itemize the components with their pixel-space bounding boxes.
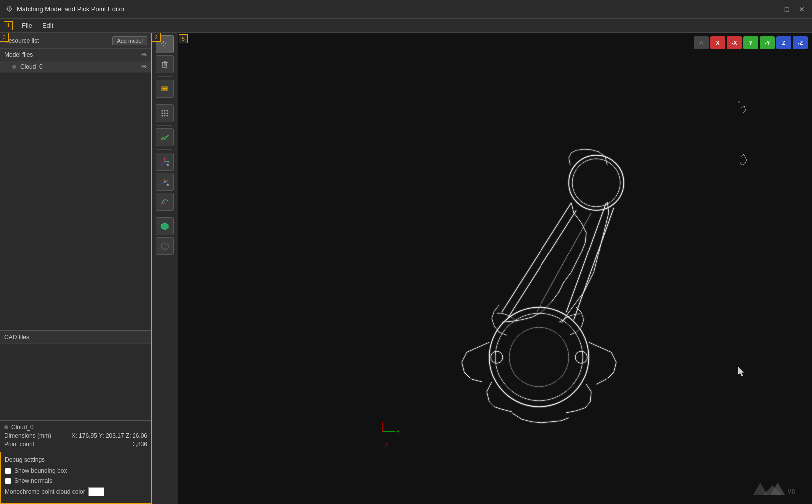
left-panel: 3 Resource list Add model Model files 👁 … (0, 33, 152, 504)
show-normals-checkbox[interactable] (5, 478, 11, 484)
wireframe-icon (160, 241, 170, 251)
toolbar-separator-3 (157, 125, 172, 126)
scatter-icon (160, 132, 170, 142)
cad-files-empty-area (0, 344, 151, 419)
model-files-empty-area (0, 73, 151, 330)
resource-title: Resource list (4, 37, 39, 44)
svg-point-12 (166, 88, 167, 90)
show-normals-label: Show normals (14, 477, 52, 484)
svg-rect-3 (163, 45, 164, 46)
cloud-dot (4, 425, 8, 429)
points-tool-button[interactable] (156, 104, 174, 122)
solid-green-button[interactable] (156, 217, 174, 235)
scatter-points-button[interactable] (156, 128, 174, 146)
robot-arm-icon (160, 177, 170, 187)
cad-files-label: CAD files (4, 334, 29, 341)
monochrome-label: Monochrome point cloud color (5, 488, 85, 495)
debug-title: Debug settings (5, 456, 147, 463)
svg-point-46 (491, 351, 503, 363)
point-count-row: Point count 3,836 (4, 441, 147, 448)
svg-point-41 (569, 155, 624, 210)
delete-button[interactable] (156, 55, 174, 73)
window-controls: – □ ✕ (765, 3, 808, 16)
cad-section: CAD files (0, 331, 151, 420)
point-count-label: Point count (4, 441, 59, 448)
color-swatch[interactable] (88, 487, 104, 496)
close-button[interactable]: ✕ (795, 3, 808, 16)
monochrome-color-row: Monochrome point cloud color (5, 487, 147, 496)
point-count-value: 3,836 (59, 441, 147, 448)
svg-point-45 (509, 327, 569, 387)
logo-icon: VD (748, 478, 808, 498)
svg-point-19 (162, 115, 163, 117)
svg-marker-40 (161, 243, 168, 250)
curve-icon (160, 197, 170, 207)
svg-point-21 (167, 115, 168, 117)
viewport-logo: VD (748, 478, 808, 500)
add-point-icon (160, 84, 170, 94)
svg-point-14 (164, 110, 166, 112)
app-icon: ⚙ (6, 4, 13, 14)
add-pick-point-button[interactable] (156, 80, 174, 98)
resource-section: Resource list Add model Model files 👁 Cl… (0, 33, 151, 331)
wireframe-button[interactable] (156, 237, 174, 255)
info-section: Cloud_0 Dimensions (mm) X: 176.95 Y: 203… (0, 420, 151, 452)
model-files-eye-icon[interactable]: 👁 (141, 51, 147, 58)
menu-file[interactable]: File (17, 20, 37, 31)
cloud-name-row: Cloud_0 (4, 424, 147, 431)
resource-header: Resource list Add model (0, 33, 151, 49)
cloud-eye-icon[interactable]: 👁 (141, 63, 147, 70)
viewport-canvas[interactable]: Y X (178, 33, 812, 504)
dimensions-value: X: 176.95 Y: 203.17 Z: 26.06 (59, 432, 147, 439)
maximize-button[interactable]: □ (780, 3, 793, 16)
svg-point-33 (167, 164, 169, 166)
svg-marker-39 (161, 223, 168, 230)
titlebar: ⚙ Matching Model and Pick Point Editor –… (0, 0, 812, 19)
minimize-button[interactable]: – (765, 3, 778, 16)
select-tool-button[interactable] (156, 35, 174, 53)
solid-shape-icon (160, 221, 170, 231)
svg-point-11 (164, 88, 166, 90)
svg-point-26 (167, 135, 169, 137)
svg-point-20 (164, 115, 166, 117)
svg-point-42 (572, 159, 620, 207)
svg-point-32 (161, 164, 163, 166)
svg-point-18 (167, 113, 168, 114)
cloud-item[interactable]: Cloud_0 👁 (0, 61, 151, 73)
normals-row: Show normals (5, 477, 147, 484)
show-bounding-box-checkbox[interactable] (5, 468, 11, 474)
svg-point-13 (162, 110, 163, 112)
viewport: 5 ⌂ X -X Y -Y Z -Z (178, 33, 812, 504)
trash-icon (160, 59, 170, 69)
add-model-button[interactable]: Add model (112, 36, 147, 45)
model-files-header: Model files 👁 (0, 49, 151, 61)
main-area: 3 Resource list Add model Model files 👁 … (0, 33, 812, 504)
menu-edit[interactable]: Edit (37, 20, 58, 31)
dimensions-row: Dimensions (mm) X: 176.95 Y: 203.17 Z: 2… (4, 432, 147, 439)
menubar: 1 File Edit (0, 19, 812, 33)
svg-point-30 (168, 161, 169, 163)
bounding-box-row: Show bounding box (5, 467, 147, 474)
toolbar-separator-1 (157, 76, 172, 77)
svg-point-44 (495, 313, 583, 401)
curve-button[interactable] (156, 193, 174, 211)
svg-point-17 (164, 113, 166, 114)
svg-rect-4 (163, 62, 167, 67)
app-title: Matching Model and Pick Point Editor (17, 5, 125, 13)
svg-point-10 (163, 88, 164, 90)
cloud-name-label: Cloud_0 (11, 424, 34, 431)
robot-button[interactable] (156, 173, 174, 191)
bounding-box-label: Show bounding box (14, 467, 67, 474)
transform-button[interactable] (156, 153, 174, 171)
svg-rect-2 (165, 43, 166, 44)
svg-point-16 (162, 113, 163, 114)
svg-point-38 (167, 184, 169, 186)
svg-rect-0 (163, 41, 164, 43)
svg-text:VD: VD (788, 488, 796, 495)
cursor-icon (160, 39, 170, 49)
svg-point-22 (161, 138, 163, 140)
model-files-group: Model files 👁 Cloud_0 👁 (0, 49, 151, 73)
svg-line-29 (162, 162, 165, 164)
svg-marker-48 (738, 367, 744, 376)
toolbar-separator-5 (157, 214, 172, 214)
